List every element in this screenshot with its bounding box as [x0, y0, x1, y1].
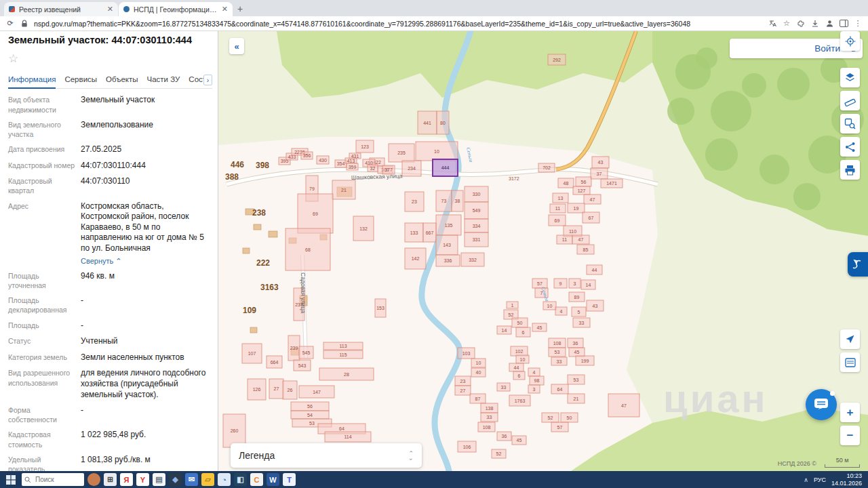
favorite-star-icon[interactable]: ☆ — [8, 52, 212, 66]
chat-badge — [830, 391, 835, 396]
chat-fab-button[interactable] — [806, 389, 837, 420]
taskbar-app-mail[interactable]: ✉ — [185, 473, 198, 486]
url-text[interactable]: nspd.gov.ru/map?thematic=PKK&zoom=16.877… — [34, 20, 763, 28]
geolocation-button[interactable] — [840, 31, 860, 51]
taskbar-app-teams[interactable]: T — [283, 473, 296, 486]
block-number: 398 — [256, 161, 269, 170]
panel-tab-4[interactable]: Части ЗУ — [147, 72, 180, 88]
panel-tab-2[interactable]: Сервисы — [64, 72, 97, 88]
parcel-number: 331 — [473, 237, 481, 242]
print-tool-button[interactable] — [840, 160, 860, 180]
panel-tab-1[interactable]: Информация — [8, 72, 56, 89]
tray-expand-icon[interactable]: ∧ — [804, 476, 808, 483]
parcel-fields: Вид объекта недвижимостиЗемельный участо… — [8, 95, 212, 471]
cadastral-map[interactable]: 4418012323510422366234444702395433223535… — [218, 31, 868, 471]
taskbar-clock[interactable]: 10:23 14.01.2026 — [831, 472, 865, 487]
parcel-number: 64 — [557, 387, 563, 392]
taskbar-app-yandex[interactable]: Я — [120, 473, 133, 486]
sidebar-icon[interactable] — [839, 19, 848, 28]
taskbar-app-folder[interactable]: ▱ — [201, 473, 214, 486]
parcel-number: 19 — [574, 206, 579, 211]
taskbar-search[interactable] — [22, 473, 84, 486]
start-button[interactable] — [3, 472, 18, 487]
basemap-panel-button[interactable] — [840, 352, 860, 372]
parcel-number: 79 — [309, 186, 315, 191]
parcel-number: 44 — [592, 268, 597, 272]
map-scale: 50 м — [825, 458, 860, 468]
share-tool-button[interactable] — [840, 137, 860, 157]
parcel-number: 37 — [597, 171, 602, 176]
draw-tool-button[interactable] — [848, 252, 868, 277]
clock-date: 14.01.2026 — [831, 480, 862, 487]
parcel-number: 135 — [445, 223, 453, 228]
field-label: Кадастровый квартал — [8, 176, 76, 195]
parcel-number: 143 — [443, 243, 451, 247]
zoom-in-button[interactable]: + — [840, 403, 860, 422]
translate-icon[interactable] — [768, 19, 777, 28]
legend-expand-icon[interactable]: ⌃⌃ — [408, 451, 414, 460]
parcel-number: 9 — [559, 281, 562, 286]
field-label: Адрес — [8, 201, 76, 266]
tab1-close-icon[interactable]: ✕ — [107, 5, 113, 13]
map-canvas[interactable]: 4418012323510422366234444702395433223535… — [218, 31, 868, 471]
login-label: Войти — [814, 43, 840, 54]
browser-menu-icon[interactable]: ⋮ — [853, 19, 863, 28]
parcel-number: 67 — [589, 216, 594, 220]
taskbar-app-chrome[interactable]: C — [250, 473, 263, 486]
taskbar-app-notes[interactable]: ▤ — [153, 473, 165, 486]
taskbar-app-dark-app[interactable]: ◆ — [169, 473, 182, 486]
zoom-out-button[interactable]: − — [840, 426, 860, 445]
extensions-icon[interactable] — [796, 19, 806, 28]
profile-avatar-icon[interactable] — [825, 19, 834, 28]
parcel-number: 133 — [410, 230, 418, 235]
panel-tab-3[interactable]: Объекты — [106, 72, 138, 88]
browser-tab-1[interactable]: Реестр извещений ✕ — [4, 2, 118, 16]
parcel-number: 87 — [475, 396, 481, 401]
tab2-close-icon[interactable]: ✕ — [222, 5, 228, 13]
parcel-number: 21 — [341, 188, 347, 192]
language-indicator[interactable]: РУС — [814, 476, 826, 483]
parcel-number: 52 — [548, 415, 553, 420]
bookmark-star-icon[interactable]: ☆ — [782, 19, 791, 28]
reload-icon[interactable]: ⟳ — [5, 19, 15, 28]
tabs-scroll-right-icon[interactable]: › — [203, 75, 212, 85]
parcel-number: 431 — [351, 154, 359, 159]
parcel-number: 3 — [574, 281, 576, 286]
locate-arrow-button[interactable] — [840, 329, 860, 349]
download-icon[interactable] — [810, 19, 820, 28]
parcel-number: 10 — [476, 361, 481, 365]
layers-tool-button[interactable] — [840, 68, 860, 87]
parcel-number: 126 — [253, 387, 261, 392]
tree-blob — [667, 98, 694, 125]
taskbar-app-paint[interactable]: ◔ — [218, 473, 231, 486]
taskbar-app-viewer[interactable]: ◧ — [234, 473, 247, 486]
parcel-number: 27 — [460, 388, 466, 393]
new-tab-button[interactable]: + — [237, 3, 243, 14]
object-search-button[interactable] — [840, 114, 860, 134]
taskbar-app-app-grid[interactable]: ⊞ — [104, 473, 117, 486]
lock-icon[interactable] — [20, 19, 29, 28]
parcel-number: 356 — [303, 153, 311, 158]
block-number: 388 — [225, 172, 239, 182]
tab1-label: Реестр извещений — [19, 5, 103, 14]
parcel-number: 32 — [370, 166, 376, 171]
parcel-number: 6 — [518, 373, 521, 378]
collapse-address-link[interactable]: Свернуть ⌃ — [81, 256, 212, 266]
browser-tab-2[interactable]: НСПД | Геоинформационный п ✕ — [119, 2, 233, 16]
screen: Реестр извещений ✕ НСПД | Геоинформацион… — [0, 0, 868, 488]
taskbar-app-yandex-browser[interactable]: Y — [136, 473, 149, 486]
taskbar-app-user-photo[interactable] — [87, 473, 100, 486]
measure-ruler-button[interactable] — [840, 91, 860, 110]
block-number: 109 — [243, 306, 256, 315]
building — [269, 231, 277, 237]
parcel-number: 127 — [578, 188, 586, 193]
tab2-favicon — [123, 6, 130, 12]
field-value: Земельный участок — [76, 95, 212, 114]
parcel-number: 57 — [557, 425, 563, 430]
parcel-number: 23 — [460, 379, 466, 384]
legend-bar[interactable]: Легенда ⌃⌃ — [231, 443, 422, 468]
panel-collapse-button[interactable]: « — [229, 38, 244, 54]
taskbar-app-word[interactable]: W — [267, 473, 279, 486]
search-input[interactable] — [34, 475, 76, 484]
legend-label: Легенда — [239, 450, 275, 461]
